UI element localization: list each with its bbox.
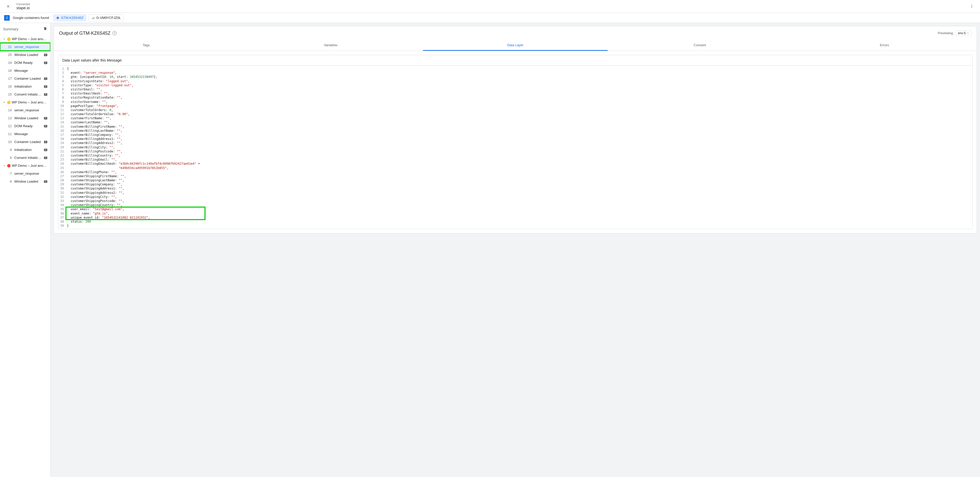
line-number: 39 xyxy=(58,224,66,228)
connection-info: Connected stape.io xyxy=(16,3,30,10)
container-pill-G-VM9YCFJZ0L[interactable]: G-VM9YCFJZ0L xyxy=(88,14,124,21)
code-line: 14 customerLastName: "", xyxy=(58,120,972,124)
event-consent-initialization[interactable]: 8Consent Initialization⠿ xyxy=(0,154,50,162)
event-label: Initialization xyxy=(14,148,43,152)
event-number: 9 xyxy=(7,148,12,152)
sidebar-group[interactable]: 🟡WP Demo – Just anothe… xyxy=(0,35,50,43)
line-content: customerShippingPostcode: "", xyxy=(66,199,124,203)
gtm-icon xyxy=(56,16,60,20)
content-area: Output of GTM-KZ6S45Z ? Previewing: env-… xyxy=(51,23,980,477)
code-line: 9 visitorUsername: "", xyxy=(58,100,972,104)
datalayer-badge-icon: ⠿ xyxy=(44,149,47,151)
event-dom-ready[interactable]: 19DOM Ready⠿ xyxy=(0,59,50,67)
line-content: visitorType: "visitor-logged-out", xyxy=(66,83,134,87)
group-title: WP Demo – Just anothe… xyxy=(12,37,47,41)
code-line: 10 pagePostType: "frontpage", xyxy=(58,104,972,108)
summary-title: Summary xyxy=(3,27,18,31)
sidebar-group[interactable]: 🟡WP Demo – Just anothe… xyxy=(0,98,50,106)
event-window-loaded[interactable]: 13Window Loaded⠿ xyxy=(0,114,50,122)
event-label: DOM Ready xyxy=(14,61,43,65)
datalayer-title: Data Layer values after this Message: xyxy=(58,55,972,66)
line-content: customerShippingAddress2: "", xyxy=(66,191,124,195)
line-number: 27 xyxy=(58,174,66,178)
datalayer-badge-icon: ⠿ xyxy=(44,62,47,64)
line-number: 12 xyxy=(58,112,66,116)
event-container-loaded[interactable]: 17Container Loaded⠿ xyxy=(0,74,50,82)
line-content: customerShippingCity: "", xyxy=(66,195,117,199)
tab-tags[interactable]: Tags xyxy=(54,40,239,51)
event-number: 11 xyxy=(7,132,12,136)
sidebar: Summary 🟡WP Demo – Just anothe…21server_… xyxy=(0,23,51,477)
line-content: visitorRegistrationDate: "", xyxy=(66,95,123,100)
line-number: 32 xyxy=(58,195,66,199)
container-pill-GTM-KZ6S45Z[interactable]: GTM-KZ6S45Z xyxy=(53,14,86,21)
line-content: "649b934ca495991b7852b855", xyxy=(66,166,169,170)
tab-consent[interactable]: Consent xyxy=(608,40,792,51)
tab-data-layer[interactable]: Data Layer xyxy=(423,40,608,51)
line-content: customerShippingAddress1: "", xyxy=(66,186,124,190)
event-window-loaded[interactable]: 20Window Loaded⠿ xyxy=(0,51,50,59)
env-selector[interactable]: env-5 xyxy=(956,30,972,36)
line-number: 22 xyxy=(58,154,66,158)
code-line: 31 customerShippingAddress2: "", xyxy=(58,191,972,195)
event-initialization[interactable]: 16Initialization⠿ xyxy=(0,82,50,90)
event-server_response[interactable]: 14server_response xyxy=(0,106,50,114)
trash-icon[interactable] xyxy=(43,27,47,32)
chevron-right-icon xyxy=(967,32,969,35)
event-window-loaded[interactable]: 6Window Loaded⠿ xyxy=(0,177,50,185)
code-line: 19 customerBillingAddress2: "", xyxy=(58,141,972,145)
line-number: 15 xyxy=(58,125,66,129)
chevron-down-icon xyxy=(3,38,5,40)
close-icon[interactable] xyxy=(2,0,14,13)
chevron-down-icon xyxy=(3,101,5,104)
kebab-menu-icon[interactable] xyxy=(966,0,978,13)
event-server_response[interactable]: 7server_response xyxy=(0,170,50,177)
event-label: Window Loaded xyxy=(14,116,43,120)
datalayer-badge-icon: ⠿ xyxy=(44,93,47,96)
line-content: gtm: {uniqueEventId: 10, start: 16545321… xyxy=(66,75,158,79)
code-line: 1{ xyxy=(58,67,972,71)
line-content: visitorEmailHash: "", xyxy=(66,92,110,95)
tab-body: Data Layer values after this Message: 1{… xyxy=(54,51,977,233)
line-number: 36 xyxy=(58,211,66,216)
line-content: { xyxy=(66,67,69,71)
line-content: event: "server_response", xyxy=(66,71,117,75)
event-label: Container Loaded xyxy=(14,77,43,81)
code-line: 8 visitorRegistrationDate: "", xyxy=(58,95,972,100)
line-content: unique_event_id: "1654532141082_82119193… xyxy=(66,216,150,220)
line-content: customerBillingCompany: "", xyxy=(66,133,121,137)
datalayer-badge-icon: ⠿ xyxy=(44,78,47,80)
event-initialization[interactable]: 9Initialization⠿ xyxy=(0,146,50,154)
tab-variables[interactable]: Variables xyxy=(239,40,423,51)
line-number: 2 xyxy=(58,71,66,75)
code-line: 3 gtm: {uniqueEventId: 10, start: 165453… xyxy=(58,75,972,79)
line-number: 18 xyxy=(58,137,66,141)
line-number: 5 xyxy=(58,83,66,87)
event-consent-initialization[interactable]: 15Consent Initialization⠿ xyxy=(0,90,50,98)
line-number: 7 xyxy=(58,92,66,95)
datalayer-badge-icon: ⠿ xyxy=(44,85,47,88)
line-content: visitorUsername: "", xyxy=(66,100,108,104)
event-message[interactable]: 11Message xyxy=(0,130,50,138)
event-server_response[interactable]: 21server_response xyxy=(0,43,50,51)
code-line: 26 customerBillingPhone: "", xyxy=(58,170,972,174)
event-number: 10 xyxy=(7,140,12,144)
sidebar-group[interactable]: 🔴WP Demo – Just anothe… xyxy=(0,162,50,170)
event-dom-ready[interactable]: 12DOM Ready⠿ xyxy=(0,122,50,130)
event-number: 8 xyxy=(7,156,12,160)
event-number: 15 xyxy=(7,92,12,96)
status-dot: 🟡 xyxy=(7,37,11,41)
tab-errors[interactable]: Errors xyxy=(792,40,977,51)
help-icon[interactable]: ? xyxy=(113,31,116,35)
datalayer-badge-icon: ⠿ xyxy=(44,117,47,119)
svg-point-0 xyxy=(972,5,972,6)
code-line: 13 customerFirstName: "", xyxy=(58,116,972,120)
pill-label: G-VM9YCFJZ0L xyxy=(96,16,121,20)
code-line: 39} xyxy=(58,224,972,228)
event-container-loaded[interactable]: 10Container Loaded⠿ xyxy=(0,138,50,146)
line-content: customerShippingLastName: "", xyxy=(66,178,124,182)
line-content: customerBillingEmailHash: "e3b0c44298fc1… xyxy=(66,162,200,166)
event-message[interactable]: 18Message xyxy=(0,67,50,74)
line-content: customerTotalOrderValue: "0.00", xyxy=(66,112,130,116)
code-line: 5 visitorType: "visitor-logged-out", xyxy=(58,83,972,87)
